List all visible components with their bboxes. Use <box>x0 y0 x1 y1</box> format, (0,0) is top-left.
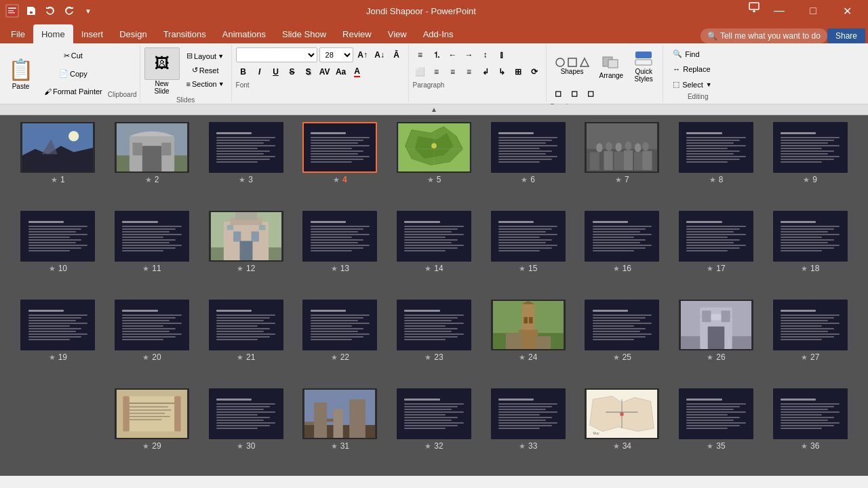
cut-button[interactable]: ✂Cut <box>41 50 105 62</box>
align-left-button[interactable]: ⬜ <box>413 64 428 79</box>
align-right-button[interactable]: ≡ <box>446 64 460 79</box>
slide-item[interactable]: Map ★34 <box>578 388 667 469</box>
slide-item[interactable]: ★26 <box>672 300 761 380</box>
font-color-button[interactable]: A <box>350 64 365 79</box>
ltr-button[interactable]: ↳ <box>494 64 509 79</box>
slide-item[interactable]: ★10 <box>14 211 102 291</box>
increase-indent-button[interactable]: → <box>462 47 477 62</box>
clear-format-button[interactable]: Ā <box>389 47 404 62</box>
tab-addins[interactable]: Add-Ins <box>415 24 462 43</box>
slide-item[interactable]: ★15 <box>484 211 572 291</box>
tab-insert[interactable]: Insert <box>73 24 112 43</box>
shadow-button[interactable]: S <box>301 64 316 79</box>
share-button[interactable]: Share <box>827 28 865 43</box>
shape-outline-button[interactable]: ◻ <box>567 86 582 101</box>
customize-qat-button[interactable]: ▼ <box>81 4 95 18</box>
decrease-font-button[interactable]: A↓ <box>372 47 387 62</box>
tab-home[interactable]: Home <box>33 24 73 43</box>
slide-item[interactable]: ★7 <box>578 122 667 203</box>
section-button[interactable]: ≡Section▼ <box>184 79 227 89</box>
font-family-select[interactable] <box>236 47 317 62</box>
select-button[interactable]: ⬚Select▼ <box>667 78 728 91</box>
columns-button[interactable]: ⫿ <box>494 47 509 62</box>
decrease-indent-button[interactable]: ← <box>446 47 460 62</box>
scroll-up-button[interactable]: ▲ <box>0 104 868 115</box>
tab-transitions[interactable]: Transitions <box>155 24 214 43</box>
slide-item[interactable]: ★36 <box>766 388 854 469</box>
rtl-button[interactable]: ↲ <box>478 64 493 79</box>
tab-file[interactable]: File <box>3 24 33 43</box>
slide-item[interactable]: ★35 <box>672 388 761 469</box>
slide-item[interactable]: ★9 <box>766 122 854 203</box>
slide-item[interactable]: ★6 <box>484 122 572 203</box>
slide-item[interactable]: ★21 <box>201 300 290 380</box>
minimize-button[interactable]: — <box>764 0 795 22</box>
slide-item[interactable]: ★31 <box>296 388 384 469</box>
text-direction-button[interactable]: ⊞ <box>511 64 526 79</box>
slide-item[interactable]: ★14 <box>390 211 479 291</box>
slide-item[interactable]: ★22 <box>296 300 384 380</box>
slide-item[interactable]: ★11 <box>108 211 197 291</box>
redo-button[interactable] <box>62 4 76 18</box>
replace-button[interactable]: ↔Replace <box>667 63 728 75</box>
layout-button[interactable]: ⊟Layout▼ <box>184 50 227 62</box>
slide-item[interactable]: ★2 <box>108 122 197 203</box>
slide-item[interactable]: ★24 <box>484 300 572 380</box>
strikethrough-button[interactable]: S <box>285 64 300 79</box>
increase-font-button[interactable]: A↑ <box>355 47 370 62</box>
new-slide-button[interactable]: 🖼 New Slide <box>144 47 180 95</box>
slide-item[interactable]: ★16 <box>578 211 667 291</box>
tab-review[interactable]: Review <box>334 24 380 43</box>
slide-item[interactable]: ★33 <box>484 388 572 469</box>
paste-button[interactable]: 📋 Paste <box>3 47 39 100</box>
copy-button[interactable]: 📄Copy <box>41 68 105 79</box>
slide-item[interactable]: ★23 <box>390 300 479 380</box>
shape-fill-button[interactable]: ◻ <box>551 86 566 101</box>
slide-item[interactable]: ★25 <box>578 300 667 380</box>
line-spacing-button[interactable]: ↕ <box>478 47 493 62</box>
presentation-view-button[interactable] <box>747 0 761 14</box>
undo-button[interactable] <box>43 4 57 18</box>
slide-item[interactable]: ★18 <box>766 211 854 291</box>
shape-effects-button[interactable]: ◻ <box>583 86 598 101</box>
change-case-button[interactable]: Aa <box>334 64 349 79</box>
char-spacing-button[interactable]: AV <box>317 64 332 79</box>
reset-button[interactable]: ↺Reset <box>184 64 227 76</box>
slide-item[interactable]: ★4 <box>296 122 384 203</box>
slide-item[interactable]: ★3 <box>201 122 290 203</box>
shapes-button[interactable]: Shapes <box>551 56 594 77</box>
slide-item[interactable]: ★1 <box>14 122 102 203</box>
slide-item[interactable]: ★12 <box>201 211 290 291</box>
italic-button[interactable]: I <box>252 64 267 79</box>
slide-item[interactable]: ★8 <box>672 122 761 203</box>
slide-item[interactable]: ★29 <box>108 388 197 469</box>
justify-button[interactable]: ≡ <box>462 64 477 79</box>
bold-button[interactable]: B <box>236 64 251 79</box>
slide-item[interactable]: ★13 <box>296 211 384 291</box>
tab-design[interactable]: Design <box>111 24 155 43</box>
slide-item[interactable]: ★32 <box>390 388 479 469</box>
slide-item[interactable]: ★30 <box>201 388 290 469</box>
bullets-button[interactable]: ≡ <box>413 47 428 62</box>
format-painter-button[interactable]: 🖌Format Painter <box>41 86 105 97</box>
tab-view[interactable]: View <box>380 24 415 43</box>
tab-animations[interactable]: Animations <box>214 24 274 43</box>
slide-item[interactable]: ★5 <box>390 122 479 203</box>
slide-item[interactable]: ★19 <box>14 300 102 380</box>
font-size-select[interactable]: 28 12 14 16 18 20 24 32 36 <box>319 47 353 62</box>
find-button[interactable]: 🔍Find <box>667 47 728 60</box>
numbering-button[interactable]: ⒈ <box>429 47 444 62</box>
convert-smartart-button[interactable]: ⟳ <box>527 64 542 79</box>
underline-button[interactable]: U <box>269 64 283 79</box>
save-button[interactable] <box>24 4 38 18</box>
close-button[interactable]: ✕ <box>831 0 863 22</box>
slide-item[interactable]: ★17 <box>672 211 761 291</box>
align-center-button[interactable]: ≡ <box>429 64 444 79</box>
slide-item[interactable]: ★27 <box>766 300 854 380</box>
quick-styles-button[interactable]: Quick Styles <box>629 47 658 84</box>
slide-item[interactable]: ★20 <box>108 300 197 380</box>
maximize-button[interactable]: □ <box>797 0 829 22</box>
tab-slideshow[interactable]: Slide Show <box>274 24 334 43</box>
tell-me-search[interactable]: 🔍 Tell me what you want to do <box>701 28 827 43</box>
arrange-button[interactable]: Arrange <box>595 52 628 81</box>
